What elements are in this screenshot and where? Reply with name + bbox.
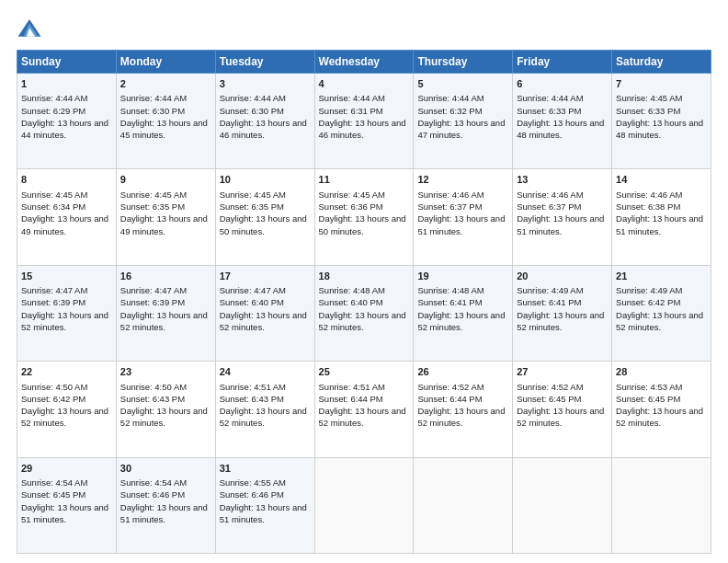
daylight-label: Daylight: 13 hours and 51 minutes. (417, 213, 505, 236)
sunrise-label: Sunrise: 4:48 AM (319, 285, 385, 295)
sunset-label: Sunset: 6:46 PM (120, 489, 185, 500)
day-number: 14 (616, 173, 707, 187)
daylight-label: Daylight: 13 hours and 51 minutes. (120, 502, 208, 524)
sunset-label: Sunset: 6:29 PM (21, 106, 85, 116)
daylight-label: Daylight: 13 hours and 47 minutes. (417, 118, 505, 140)
sunrise-label: Sunrise: 4:46 AM (517, 190, 583, 200)
sunset-label: Sunset: 6:43 PM (220, 394, 284, 404)
sunset-label: Sunset: 6:31 PM (319, 106, 383, 116)
sunset-label: Sunset: 6:33 PM (517, 106, 581, 116)
calendar-cell: 16 Sunrise: 4:47 AM Sunset: 6:39 PM Dayl… (116, 265, 215, 361)
sunrise-label: Sunrise: 4:47 AM (21, 285, 87, 295)
calendar-table: SundayMondayTuesdayWednesdayThursdayFrid… (17, 50, 711, 554)
calendar-cell: 8 Sunrise: 4:45 AM Sunset: 6:34 PM Dayli… (17, 169, 117, 265)
daylight-label: Daylight: 13 hours and 52 minutes. (21, 310, 108, 332)
daylight-label: Daylight: 13 hours and 52 minutes. (120, 406, 208, 428)
calendar-cell: 22 Sunrise: 4:50 AM Sunset: 6:42 PM Dayl… (17, 362, 117, 457)
calendar-cell: 28 Sunrise: 4:53 AM Sunset: 6:45 PM Dayl… (612, 362, 711, 457)
calendar-cell: 31 Sunrise: 4:55 AM Sunset: 6:46 PM Dayl… (215, 457, 314, 553)
sunrise-label: Sunrise: 4:51 AM (220, 382, 286, 392)
sunrise-label: Sunrise: 4:44 AM (220, 93, 286, 103)
sunset-label: Sunset: 6:44 PM (319, 394, 383, 404)
sunset-label: Sunset: 6:32 PM (417, 106, 482, 116)
sunset-label: Sunset: 6:39 PM (21, 297, 85, 307)
header-cell-tuesday: Tuesday (215, 51, 314, 74)
daylight-label: Daylight: 13 hours and 44 minutes. (21, 118, 108, 140)
day-number: 4 (319, 77, 410, 91)
day-number: 16 (120, 270, 211, 283)
daylight-label: Daylight: 13 hours and 48 minutes. (517, 118, 604, 140)
sunrise-label: Sunrise: 4:45 AM (616, 93, 682, 103)
calendar-cell (414, 457, 513, 553)
calendar-cell: 24 Sunrise: 4:51 AM Sunset: 6:43 PM Dayl… (215, 362, 314, 457)
page: SundayMondayTuesdayWednesdayThursdayFrid… (0, 0, 728, 563)
calendar-cell: 15 Sunrise: 4:47 AM Sunset: 6:39 PM Dayl… (17, 265, 117, 361)
sunset-label: Sunset: 6:30 PM (220, 106, 284, 116)
day-number: 23 (120, 365, 211, 379)
day-number: 26 (417, 365, 508, 379)
daylight-label: Daylight: 13 hours and 52 minutes. (220, 406, 307, 428)
day-number: 13 (517, 173, 608, 187)
daylight-label: Daylight: 13 hours and 51 minutes. (220, 502, 307, 524)
daylight-label: Daylight: 13 hours and 52 minutes. (517, 406, 604, 428)
sunrise-label: Sunrise: 4:52 AM (417, 382, 483, 392)
daylight-label: Daylight: 13 hours and 50 minutes. (319, 213, 406, 236)
daylight-label: Daylight: 13 hours and 45 minutes. (120, 118, 208, 140)
daylight-label: Daylight: 13 hours and 52 minutes. (319, 310, 406, 332)
header-cell-sunday: Sunday (17, 51, 117, 74)
sunrise-label: Sunrise: 4:44 AM (517, 93, 583, 103)
day-number: 20 (517, 270, 608, 283)
sunrise-label: Sunrise: 4:52 AM (517, 382, 583, 392)
day-number: 9 (120, 173, 211, 187)
day-number: 2 (120, 77, 211, 91)
calendar-week-row: 29 Sunrise: 4:54 AM Sunset: 6:45 PM Dayl… (17, 457, 711, 553)
calendar-cell: 26 Sunrise: 4:52 AM Sunset: 6:44 PM Dayl… (414, 362, 513, 457)
sunrise-label: Sunrise: 4:55 AM (220, 477, 286, 488)
sunset-label: Sunset: 6:34 PM (21, 201, 85, 212)
daylight-label: Daylight: 13 hours and 49 minutes. (21, 213, 108, 236)
sunset-label: Sunset: 6:45 PM (21, 489, 85, 500)
header-cell-friday: Friday (513, 51, 612, 74)
day-number: 28 (616, 365, 707, 379)
day-number: 7 (616, 77, 707, 91)
sunrise-label: Sunrise: 4:47 AM (220, 285, 286, 295)
sunrise-label: Sunrise: 4:45 AM (120, 190, 187, 200)
sunset-label: Sunset: 6:39 PM (120, 297, 185, 307)
calendar-cell: 30 Sunrise: 4:54 AM Sunset: 6:46 PM Dayl… (116, 457, 215, 553)
daylight-label: Daylight: 13 hours and 46 minutes. (220, 118, 307, 140)
daylight-label: Daylight: 13 hours and 52 minutes. (220, 310, 307, 332)
calendar-week-row: 8 Sunrise: 4:45 AM Sunset: 6:34 PM Dayli… (17, 169, 711, 265)
sunset-label: Sunset: 6:30 PM (120, 106, 185, 116)
sunset-label: Sunset: 6:41 PM (417, 297, 482, 307)
sunset-label: Sunset: 6:43 PM (120, 394, 185, 404)
sunrise-label: Sunrise: 4:51 AM (319, 382, 385, 392)
sunrise-label: Sunrise: 4:44 AM (21, 93, 87, 103)
sunrise-label: Sunrise: 4:44 AM (417, 93, 483, 103)
calendar-cell: 18 Sunrise: 4:48 AM Sunset: 6:40 PM Dayl… (314, 265, 414, 361)
sunset-label: Sunset: 6:40 PM (220, 297, 284, 307)
sunset-label: Sunset: 6:44 PM (417, 394, 482, 404)
sunset-label: Sunset: 6:41 PM (517, 297, 581, 307)
calendar-cell: 6 Sunrise: 4:44 AM Sunset: 6:33 PM Dayli… (513, 74, 612, 169)
sunrise-label: Sunrise: 4:45 AM (21, 190, 87, 200)
daylight-label: Daylight: 13 hours and 52 minutes. (417, 310, 505, 332)
sunset-label: Sunset: 6:35 PM (120, 201, 185, 212)
sunrise-label: Sunrise: 4:46 AM (616, 190, 682, 200)
daylight-label: Daylight: 13 hours and 49 minutes. (120, 213, 208, 236)
day-number: 3 (220, 77, 311, 91)
sunset-label: Sunset: 6:45 PM (517, 394, 581, 404)
daylight-label: Daylight: 13 hours and 52 minutes. (417, 406, 505, 428)
sunset-label: Sunset: 6:38 PM (616, 201, 680, 212)
sunrise-label: Sunrise: 4:45 AM (319, 190, 385, 200)
calendar-cell: 27 Sunrise: 4:52 AM Sunset: 6:45 PM Dayl… (513, 362, 612, 457)
sunrise-label: Sunrise: 4:50 AM (120, 382, 187, 392)
day-number: 12 (417, 173, 508, 187)
calendar-cell: 14 Sunrise: 4:46 AM Sunset: 6:38 PM Dayl… (612, 169, 711, 265)
logo-icon (17, 17, 42, 42)
calendar-cell: 19 Sunrise: 4:48 AM Sunset: 6:41 PM Dayl… (414, 265, 513, 361)
daylight-label: Daylight: 13 hours and 51 minutes. (517, 213, 604, 236)
daylight-label: Daylight: 13 hours and 52 minutes. (319, 406, 406, 428)
daylight-label: Daylight: 13 hours and 48 minutes. (616, 118, 703, 140)
header-cell-saturday: Saturday (612, 51, 711, 74)
calendar-cell: 25 Sunrise: 4:51 AM Sunset: 6:44 PM Dayl… (314, 362, 414, 457)
